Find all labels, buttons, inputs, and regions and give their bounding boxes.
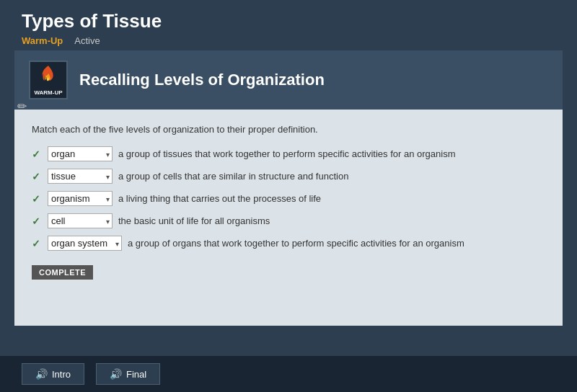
edit-icon[interactable]: ✏ <box>17 99 27 113</box>
match-row: ✓ organism a living thing that carries o… <box>32 191 545 206</box>
tab-active[interactable]: Active <box>74 35 100 46</box>
tab-warmup[interactable]: Warm-Up <box>22 35 63 46</box>
match-row: ✓ organ system a group of organs that wo… <box>32 236 545 251</box>
term-select-4[interactable]: cell <box>48 213 113 228</box>
intro-label: Intro <box>52 369 71 380</box>
flame-icon <box>38 65 58 88</box>
term-select-wrapper-4[interactable]: cell <box>48 213 113 228</box>
bottom-toolbar: 🔊 Intro 🔊 Final <box>0 356 577 392</box>
definition-1: a group of tissues that work together to… <box>118 148 456 159</box>
warmup-icon-box: WARM-UP <box>29 61 68 99</box>
term-select-wrapper-2[interactable]: tissue <box>48 169 113 184</box>
warmup-title: Recalling Levels of Organization <box>79 71 325 89</box>
definition-4: the basic unit of life for all organisms <box>118 215 270 226</box>
term-select-wrapper-3[interactable]: organism <box>48 191 113 206</box>
warmup-label: WARM-UP <box>34 89 62 96</box>
checkmark-1: ✓ <box>32 148 42 160</box>
checkmark-5: ✓ <box>32 238 42 249</box>
term-select-5[interactable]: organ system <box>48 236 122 251</box>
final-button[interactable]: 🔊 Final <box>96 363 160 385</box>
match-row: ✓ tissue a group of cells that are simil… <box>32 169 545 184</box>
match-row: ✓ cell the basic unit of life for all or… <box>32 213 545 228</box>
top-header: Types of Tissue Warm-Up Active <box>0 0 577 50</box>
complete-button[interactable]: COMPLETE <box>32 265 93 280</box>
content-card: Match each of the five levels of organiz… <box>14 110 563 326</box>
term-select-wrapper-5[interactable]: organ system <box>48 236 122 251</box>
term-select-wrapper-1[interactable]: organ <box>48 146 113 161</box>
checkmark-4: ✓ <box>32 215 42 227</box>
speaker-final-icon: 🔊 <box>110 368 122 380</box>
match-row: ✓ organ a group of tissues that work tog… <box>32 146 545 161</box>
warmup-banner: WARM-UP Recalling Levels of Organization <box>14 50 563 110</box>
instruction-text: Match each of the five levels of organiz… <box>32 124 545 135</box>
page-title: Types of Tissue <box>22 10 555 32</box>
nav-tabs: Warm-Up Active <box>22 35 555 46</box>
checkmark-3: ✓ <box>32 193 42 205</box>
definition-2: a group of cells that are similar in str… <box>118 171 348 182</box>
final-label: Final <box>126 369 146 380</box>
checkmark-2: ✓ <box>32 171 42 182</box>
term-select-2[interactable]: tissue <box>48 169 113 184</box>
speaker-intro-icon: 🔊 <box>35 368 48 380</box>
term-select-1[interactable]: organ <box>48 146 113 161</box>
definition-3: a living thing that carries out the proc… <box>118 193 321 204</box>
intro-button[interactable]: 🔊 Intro <box>22 363 84 385</box>
definition-5: a group of organs that work together to … <box>128 238 464 249</box>
term-select-3[interactable]: organism <box>48 191 113 206</box>
